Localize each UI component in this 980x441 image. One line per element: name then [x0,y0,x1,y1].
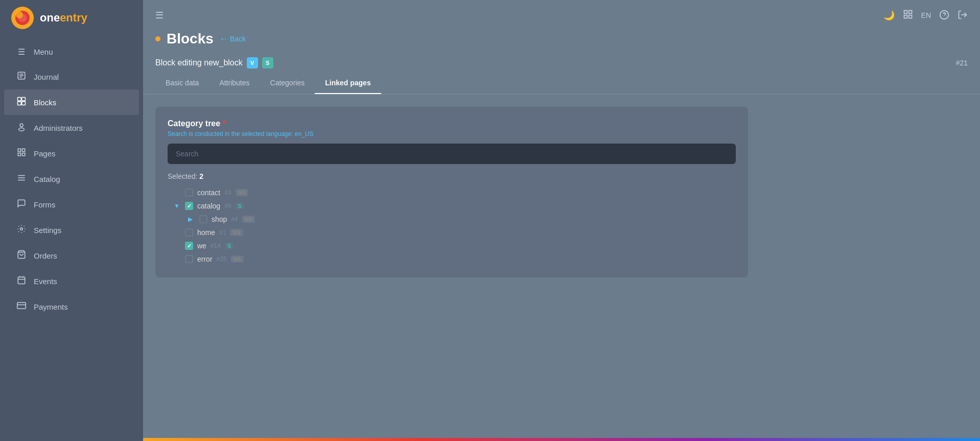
block-editing-bar: Block editing new_block V S #21 [143,51,980,68]
main-content: ☰ 🌙 EN Blocks ← Back [143,0,980,441]
logo-icon [10,6,35,30]
sidebar-item-label: Forms [34,200,56,209]
topbar-left: ☰ [155,10,164,21]
journal-icon [16,71,27,82]
back-label: Back [230,35,246,43]
sidebar-item-label: Administrators [34,124,83,132]
tab-basic-data[interactable]: Basic data [155,73,209,94]
svg-rect-17 [22,153,25,156]
help-icon[interactable] [939,10,949,21]
settings-icon [16,224,27,236]
sidebar-item-administrators[interactable]: Administrators [4,115,139,141]
tree-item-home: home #1 NS [172,226,736,239]
page-title-row: Blocks ← Back [155,31,968,47]
sidebar-item-label: Events [34,277,57,286]
checkbox-home[interactable] [185,228,193,237]
sidebar-item-journal[interactable]: Journal [4,64,139,89]
catalog-icon [16,173,27,184]
sidebar-item-menu[interactable]: ☰ Menu [4,40,139,64]
selected-count: Selected: 2 [168,172,736,180]
sidebar-item-label: Journal [34,73,59,81]
sidebar-item-label: Blocks [34,98,56,107]
svg-rect-30 [908,10,912,13]
toggle-shop[interactable]: ▶ [188,216,195,223]
menu-icon: ☰ [16,47,27,57]
hamburger-button[interactable]: ☰ [155,10,164,21]
administrators-icon [16,122,27,133]
sidebar-item-label: Payments [34,303,68,311]
svg-rect-14 [18,149,20,151]
category-search-input[interactable] [168,144,736,164]
sidebar: oneentry ☰ Menu Journal Blocks Administr… [0,0,143,441]
sidebar-item-orders[interactable]: Orders [4,243,139,268]
block-id: #21 [956,59,968,67]
sidebar-item-label: Settings [34,226,61,235]
logo-text: oneentry [40,11,87,25]
page-header: Blocks ← Back [143,31,980,51]
toggle-catalog[interactable]: ▼ [174,202,181,210]
checkbox-we[interactable] [185,242,193,250]
svg-point-12 [20,124,23,127]
sidebar-item-label: Orders [34,251,57,260]
blocks-icon [16,97,27,108]
tab-linked-pages[interactable]: Linked pages [315,73,381,94]
sidebar-item-settings[interactable]: Settings [4,217,139,243]
checkbox-error[interactable] [185,255,193,263]
events-icon [16,275,27,287]
payments-icon [16,301,27,312]
svg-rect-31 [904,15,907,18]
badge-v: V [247,57,258,68]
sidebar-item-label: Catalog [34,175,60,183]
svg-rect-9 [22,98,26,101]
checkbox-contact[interactable] [185,189,193,197]
svg-rect-16 [18,153,20,156]
svg-rect-32 [908,15,912,18]
svg-point-3 [16,11,23,18]
svg-rect-27 [17,303,26,309]
tabs-bar: Basic data Attributes Categories Linked … [143,73,980,95]
tree-item-we: we #14 S [172,240,736,252]
tab-categories[interactable]: Categories [260,73,315,94]
back-button[interactable]: ← Back [220,34,246,43]
badge-s: S [262,57,273,68]
bottom-gradient-bar [143,438,980,441]
sidebar-item-blocks[interactable]: Blocks [4,89,139,115]
card-title: Category tree * [168,119,736,128]
svg-rect-29 [904,10,907,13]
block-editing-title: Block editing new_block V S [155,57,273,68]
lang-label[interactable]: EN [921,11,931,19]
content-area: Category tree * Search is conducted in t… [143,95,980,438]
sidebar-nav: ☰ Menu Journal Blocks Administrators P [0,36,143,441]
svg-point-13 [19,128,25,131]
page-status-dot [155,36,160,41]
tree-item-shop: ▶ shop #4 NS [172,213,736,225]
sidebar-item-payments[interactable]: Payments [4,294,139,319]
tree-item-error: error #35 NS [172,253,736,265]
sidebar-item-forms[interactable]: Forms [4,192,139,217]
logo[interactable]: oneentry [0,0,143,36]
checkbox-catalog[interactable] [185,202,193,210]
sidebar-item-catalog[interactable]: Catalog [4,166,139,192]
checkbox-shop[interactable] [199,215,207,223]
sidebar-item-events[interactable]: Events [4,268,139,294]
forms-icon [16,199,27,210]
sidebar-item-label: Pages [34,149,56,158]
grid-icon[interactable] [903,9,913,22]
svg-rect-8 [18,98,21,101]
svg-rect-11 [22,102,26,105]
svg-rect-15 [22,149,25,151]
category-tree: contact #3 NS ▼ catalog #9 S ▶ shop [168,187,736,265]
svg-rect-10 [18,102,21,105]
tree-item-contact: contact #3 NS [172,187,736,199]
topbar: ☰ 🌙 EN [143,0,980,31]
pages-icon [16,148,27,159]
block-editing-text: Block editing new_block [155,58,243,67]
tree-item-catalog: ▼ catalog #9 S [172,200,736,212]
theme-toggle-icon[interactable]: 🌙 [883,10,895,21]
logout-icon[interactable] [958,10,968,21]
tab-attributes[interactable]: Attributes [209,73,260,94]
sidebar-item-pages[interactable]: Pages [4,141,139,166]
sidebar-item-label: Menu [34,48,53,56]
svg-point-21 [20,228,23,230]
search-hint: Search is conducted in the selected lang… [168,130,736,137]
